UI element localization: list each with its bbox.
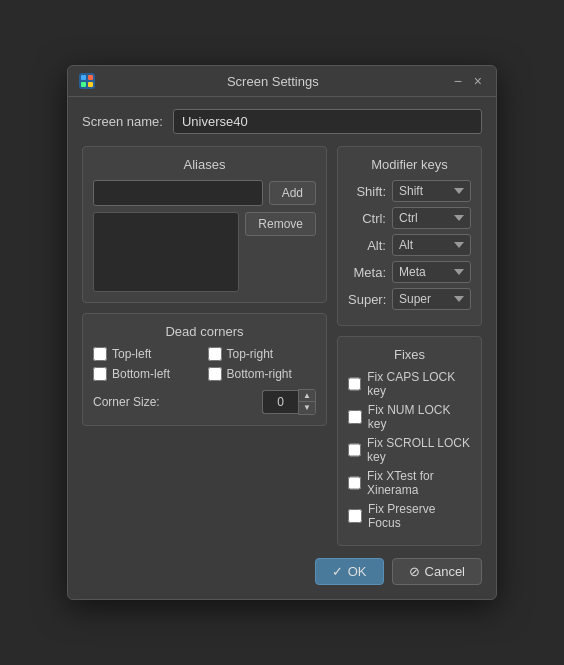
fix-caps-lock: Fix CAPS LOCK key <box>348 370 471 398</box>
titlebar-center: Screen Settings <box>96 74 450 89</box>
titlebar: Screen Settings − × <box>68 66 496 97</box>
svg-rect-2 <box>88 75 93 80</box>
bottom-bar: ✓ OK ⊘ Cancel <box>82 558 482 585</box>
ok-label: OK <box>348 564 367 579</box>
fix-xtest: Fix XTest for Xinerama <box>348 469 471 497</box>
fixes-title: Fixes <box>348 347 471 362</box>
spinner-down-button[interactable]: ▼ <box>299 402 315 414</box>
corner-size-label: Corner Size: <box>93 395 160 409</box>
modifier-shift-row: Shift: ShiftCtrlAltMetaSuper <box>348 180 471 202</box>
modifier-meta-row: Meta: ShiftCtrlAltMetaSuper <box>348 261 471 283</box>
cancel-button[interactable]: ⊘ Cancel <box>392 558 482 585</box>
screen-name-row: Screen name: <box>82 109 482 134</box>
modifier-ctrl-select[interactable]: ShiftCtrlAltMetaSuper <box>392 207 471 229</box>
corner-top-left-label: Top-left <box>112 347 151 361</box>
fix-num-lock-label: Fix NUM LOCK key <box>368 403 471 431</box>
fix-caps-lock-checkbox[interactable] <box>348 377 361 391</box>
dead-corners-panel: Dead corners Top-left Top-right Botto <box>82 313 327 426</box>
fix-caps-lock-label: Fix CAPS LOCK key <box>367 370 471 398</box>
screen-settings-dialog: Screen Settings − × Screen name: Aliases… <box>67 65 497 600</box>
modifier-super-row: Super: ShiftCtrlAltMetaSuper <box>348 288 471 310</box>
ok-button[interactable]: ✓ OK <box>315 558 384 585</box>
right-column: Modifier keys Shift: ShiftCtrlAltMetaSup… <box>337 146 482 546</box>
corner-top-left-checkbox[interactable] <box>93 347 107 361</box>
fix-preserve-focus-label: Fix Preserve Focus <box>368 502 471 530</box>
spinner-up-button[interactable]: ▲ <box>299 390 315 402</box>
window-content: Screen name: Aliases Add Remove <box>68 97 496 599</box>
main-panels: Aliases Add Remove Dead corners <box>82 146 482 546</box>
corner-bottom-left-checkbox[interactable] <box>93 367 107 381</box>
modifier-ctrl-row: Ctrl: ShiftCtrlAltMetaSuper <box>348 207 471 229</box>
minimize-button[interactable]: − <box>450 72 466 90</box>
fix-num-lock: Fix NUM LOCK key <box>348 403 471 431</box>
fixes-panel: Fixes Fix CAPS LOCK key Fix NUM LOCK key… <box>337 336 482 546</box>
modifier-alt-select[interactable]: ShiftCtrlAltMetaSuper <box>392 234 471 256</box>
fix-xtest-label: Fix XTest for Xinerama <box>367 469 471 497</box>
aliases-add-button[interactable]: Add <box>269 181 316 205</box>
close-button[interactable]: × <box>470 72 486 90</box>
corner-top-left: Top-left <box>93 347 202 361</box>
modifier-super-label: Super: <box>348 292 386 307</box>
corner-size-input[interactable] <box>262 390 298 414</box>
window-title: Screen Settings <box>227 74 319 89</box>
screen-name-label: Screen name: <box>82 114 163 129</box>
modifier-keys-panel: Modifier keys Shift: ShiftCtrlAltMetaSup… <box>337 146 482 326</box>
aliases-input[interactable] <box>93 180 263 206</box>
modifier-shift-label: Shift: <box>348 184 386 199</box>
svg-rect-1 <box>81 75 86 80</box>
modifier-meta-label: Meta: <box>348 265 386 280</box>
fix-xtest-checkbox[interactable] <box>348 476 361 490</box>
corner-bottom-left: Bottom-left <box>93 367 202 381</box>
fix-preserve-focus-checkbox[interactable] <box>348 509 362 523</box>
corner-bottom-right-checkbox[interactable] <box>208 367 222 381</box>
modifier-meta-select[interactable]: ShiftCtrlAltMetaSuper <box>392 261 471 283</box>
left-column: Aliases Add Remove Dead corners <box>82 146 327 546</box>
modifier-alt-label: Alt: <box>348 238 386 253</box>
corner-size-row: Corner Size: ▲ ▼ <box>93 389 316 415</box>
ok-icon: ✓ <box>332 564 343 579</box>
corner-top-right-checkbox[interactable] <box>208 347 222 361</box>
modifier-ctrl-label: Ctrl: <box>348 211 386 226</box>
svg-rect-4 <box>88 82 93 87</box>
modifier-shift-select[interactable]: ShiftCtrlAltMetaSuper <box>392 180 471 202</box>
titlebar-buttons: − × <box>450 72 486 90</box>
cancel-label: Cancel <box>425 564 465 579</box>
fix-scroll-lock-checkbox[interactable] <box>348 443 361 457</box>
fix-preserve-focus: Fix Preserve Focus <box>348 502 471 530</box>
aliases-buttons: Remove <box>245 212 316 292</box>
modifier-keys-title: Modifier keys <box>348 157 471 172</box>
fix-scroll-lock-label: Fix SCROLL LOCK key <box>367 436 471 464</box>
titlebar-left <box>78 72 96 90</box>
aliases-remove-button[interactable]: Remove <box>245 212 316 236</box>
dead-corners-title: Dead corners <box>93 324 316 339</box>
screen-name-input[interactable] <box>173 109 482 134</box>
aliases-title: Aliases <box>93 157 316 172</box>
app-icon <box>78 72 96 90</box>
spinner-buttons: ▲ ▼ <box>298 389 316 415</box>
cancel-icon: ⊘ <box>409 564 420 579</box>
svg-rect-3 <box>81 82 86 87</box>
fix-num-lock-checkbox[interactable] <box>348 410 362 424</box>
fix-scroll-lock: Fix SCROLL LOCK key <box>348 436 471 464</box>
corner-top-right-label: Top-right <box>227 347 274 361</box>
aliases-panel: Aliases Add Remove <box>82 146 327 303</box>
corner-size-spinner: ▲ ▼ <box>262 389 316 415</box>
aliases-list <box>93 212 239 292</box>
modifier-alt-row: Alt: ShiftCtrlAltMetaSuper <box>348 234 471 256</box>
corner-bottom-right: Bottom-right <box>208 367 317 381</box>
corner-bottom-right-label: Bottom-right <box>227 367 292 381</box>
modifier-super-select[interactable]: ShiftCtrlAltMetaSuper <box>392 288 471 310</box>
corner-top-right: Top-right <box>208 347 317 361</box>
corners-grid: Top-left Top-right Bottom-left Bott <box>93 347 316 381</box>
corner-bottom-left-label: Bottom-left <box>112 367 170 381</box>
